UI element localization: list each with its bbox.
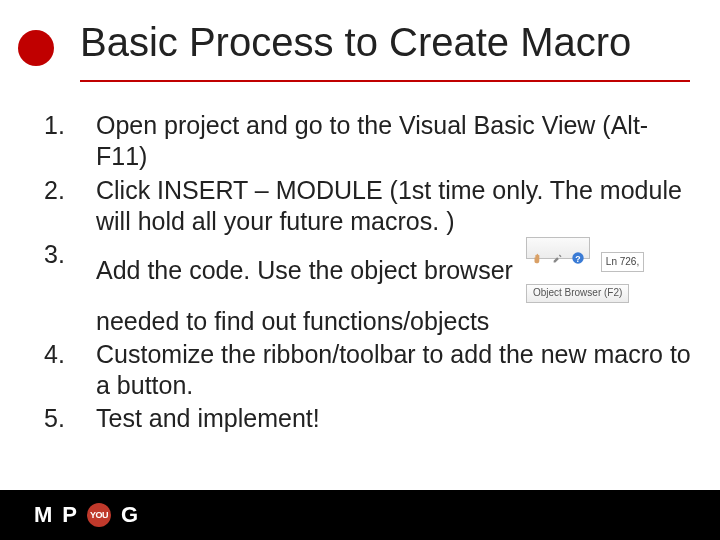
svg-text:?: ? bbox=[575, 254, 580, 264]
step-text: Add the code. Use the object browser bbox=[96, 256, 513, 284]
title-underline bbox=[80, 80, 690, 82]
list-item: Open project and go to the Visual Basic … bbox=[28, 110, 692, 173]
step-text: Customize the ribbon/toolbar to add the … bbox=[96, 340, 691, 399]
logo-letter-g: G bbox=[121, 502, 138, 528]
help-icon: ? bbox=[571, 241, 585, 255]
logo-letter-p: P bbox=[62, 502, 77, 528]
page-title: Basic Process to Create Macro bbox=[80, 20, 631, 65]
list-item: Add the code. Use the object browser ? bbox=[28, 239, 692, 337]
logo-you-icon: YOU bbox=[87, 503, 111, 527]
footer-bar: M P YOU G bbox=[0, 490, 720, 540]
hand-icon bbox=[531, 241, 545, 255]
tools-icon bbox=[551, 241, 565, 255]
steps-list: Open project and go to the Visual Basic … bbox=[28, 110, 692, 435]
list-item: Customize the ribbon/toolbar to add the … bbox=[28, 339, 692, 402]
logo-letter-m: M bbox=[34, 502, 52, 528]
slide: Basic Process to Create Macro Open proje… bbox=[0, 0, 720, 540]
step-text: Test and implement! bbox=[96, 404, 320, 432]
toolbar-row: ? bbox=[526, 237, 590, 259]
line-indicator: Ln 726, bbox=[601, 252, 644, 272]
step-text: Click INSERT – MODULE (1st time only. Th… bbox=[96, 176, 682, 235]
object-browser-tooltip: Object Browser (F2) bbox=[526, 284, 629, 303]
title-bullet-icon bbox=[18, 30, 54, 66]
step-text: needed to find out functions/objects bbox=[96, 307, 489, 335]
list-item: Click INSERT – MODULE (1st time only. Th… bbox=[28, 175, 692, 238]
logo-you-text: YOU bbox=[90, 510, 108, 520]
list-item: Test and implement! bbox=[28, 403, 692, 434]
content-area: Open project and go to the Visual Basic … bbox=[28, 110, 692, 437]
object-browser-figure: ? Ln 726, Object Browser (F2) bbox=[526, 237, 644, 304]
step-text: Open project and go to the Visual Basic … bbox=[96, 111, 648, 170]
